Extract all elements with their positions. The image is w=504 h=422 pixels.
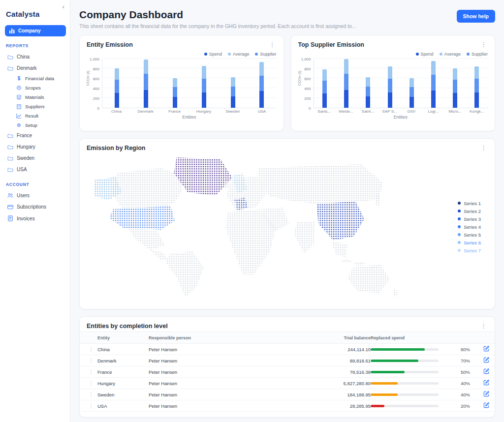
edit-button[interactable] (470, 368, 490, 376)
legend-item[interactable]: Supplier (467, 52, 488, 57)
y-tick-label: 1,000 (90, 57, 99, 61)
row-drag-handle[interactable]: ⋮ (85, 357, 97, 364)
sidebar-item-usa[interactable]: USA (5, 164, 66, 175)
region-south-america (166, 251, 204, 297)
show-help-button[interactable]: Show help (457, 10, 496, 23)
sidebar-item-materials[interactable]: Materials (5, 92, 66, 102)
sidebar-item-suppliers[interactable]: Suppliers (5, 102, 66, 111)
sidebar-item-hungary[interactable]: Hungary (5, 141, 66, 152)
card-menu-button[interactable]: ⋮ (478, 322, 489, 330)
entity-cell: USA (97, 403, 149, 409)
entity-emission-chart: SpendAverageSupplierCO2e (t)020040060080… (80, 50, 284, 123)
x-category-label: DSV (401, 109, 422, 114)
x-category-label: Denmark (131, 109, 160, 114)
edit-button[interactable] (470, 402, 490, 410)
edit-icon (483, 379, 490, 386)
sidebar-item-subscriptions[interactable]: Subscriptions (5, 201, 66, 212)
region-se-asia (331, 241, 348, 257)
sidebar-item-invoices[interactable]: Invoices (5, 212, 66, 224)
stacked-bar-Saint...[interactable] (366, 77, 370, 108)
progress-bar (371, 392, 448, 397)
sidebar-collapse-button[interactable]: ‹ (60, 2, 67, 11)
edit-button[interactable] (470, 345, 490, 353)
sidebar-item-sweden[interactable]: Sweden (5, 152, 66, 164)
table-body: ⋮ChinaPeter Hansen244,114.1080%⋮DenmarkP… (80, 344, 495, 412)
stacked-bar-France[interactable] (173, 78, 177, 108)
percent-cell: 40% (448, 381, 470, 386)
stacked-bar-Denmark[interactable] (144, 60, 148, 108)
stacked-bar-Hungary[interactable] (202, 66, 206, 108)
sidebar-item-france[interactable]: France (5, 130, 66, 141)
legend-item[interactable]: Average (440, 52, 461, 57)
map-legend-item[interactable]: Series 7 (458, 248, 481, 253)
card-title: Top Supplier Emission (298, 41, 365, 48)
sidebar-item-result[interactable]: Result (5, 111, 66, 121)
stacked-bar-SAP S...[interactable] (388, 66, 392, 108)
stacked-bar-Sweden[interactable] (231, 77, 235, 108)
legend-item[interactable]: Average (228, 52, 249, 57)
progress-bar (371, 369, 448, 375)
edit-button[interactable] (470, 379, 490, 387)
card-title: Entities by completion level (87, 323, 168, 330)
map-legend-item[interactable]: Series 2 (458, 209, 481, 214)
legend-item[interactable]: Spend (416, 52, 434, 57)
edit-icon (483, 391, 490, 397)
percent-cell: 70% (448, 358, 470, 363)
percent-cell: 40% (448, 392, 470, 397)
stacked-bar-USA[interactable] (259, 62, 264, 108)
person-cell: Peter Hansen (149, 358, 297, 363)
card-title: Emission by Region (87, 145, 145, 151)
legend-item[interactable]: Supplier (255, 52, 276, 57)
legend-item[interactable]: Spend (204, 52, 222, 57)
sidebar-item-users[interactable]: Users (5, 190, 66, 201)
line-chart-icon (16, 113, 22, 119)
row-drag-handle[interactable]: ⋮ (85, 402, 97, 410)
sidebar-item-setup[interactable]: ⚙ Setup (5, 121, 66, 130)
stacked-bar-Logi...[interactable] (431, 61, 436, 108)
percent-cell: 20% (448, 403, 470, 409)
table-row: ⋮HungaryPeter Hansen5,827,280.8040% (80, 378, 495, 389)
map-legend-item[interactable]: Series 3 (458, 216, 481, 222)
card-menu-button[interactable]: ⋮ (478, 144, 489, 151)
region-uk (223, 181, 229, 189)
stacked-bar-DSV[interactable] (410, 78, 414, 108)
sidebar-item-scopes[interactable]: Scopes (5, 83, 66, 92)
map-legend-item[interactable]: Series 1 (458, 201, 481, 206)
sidebar-item-financial-data[interactable]: $ Financial data (5, 74, 66, 83)
section-reports-label: REPORTS (6, 43, 66, 48)
scope-icon (16, 85, 22, 90)
column-entity: Entity (97, 335, 149, 340)
map-legend-item[interactable]: Series 4 (458, 224, 481, 230)
app-logo: Catalysta (6, 10, 66, 18)
row-drag-handle[interactable]: ⋮ (85, 346, 97, 353)
edit-button[interactable] (470, 357, 490, 364)
edit-button[interactable] (470, 391, 490, 398)
stacked-bar-Sanis...[interactable] (322, 69, 327, 108)
stacked-bar-Kongk...[interactable] (474, 66, 479, 108)
sidebar-item-label: Result (25, 113, 38, 119)
sidebar-item-label: Subscriptions (17, 204, 46, 210)
table-row: ⋮FrancePeter Hansen78,516.3850% (80, 366, 495, 378)
sidebar-item-label: China (17, 54, 30, 60)
region-north-canada (112, 168, 183, 209)
stacked-bar-China[interactable] (115, 68, 119, 108)
region-united-states[interactable] (109, 206, 175, 230)
sidebar-item-china[interactable]: China (5, 51, 66, 62)
map-legend-item[interactable]: Series 5 (458, 232, 481, 238)
stacked-bar-Micro...[interactable] (453, 68, 457, 108)
page-subtitle: This sheet contains all the financial da… (79, 23, 356, 29)
row-drag-handle[interactable]: ⋮ (85, 391, 97, 398)
region-china[interactable] (316, 201, 364, 240)
map-legend-item[interactable]: Series 6 (458, 240, 481, 245)
row-drag-handle[interactable]: ⋮ (85, 380, 97, 387)
card-menu-button[interactable]: ⋮ (478, 41, 489, 48)
progress-bar (371, 347, 448, 352)
card-menu-button[interactable]: ⋮ (267, 41, 278, 48)
legend-dot (255, 53, 258, 56)
region-new-zealand (393, 289, 397, 297)
stacked-bar-Welde...[interactable] (344, 59, 348, 108)
sidebar-item-company[interactable]: Company (5, 25, 66, 36)
y-tick-label: 400 (304, 87, 311, 91)
row-drag-handle[interactable]: ⋮ (85, 368, 97, 376)
sidebar-item-denmark[interactable]: Denmark (5, 62, 66, 74)
